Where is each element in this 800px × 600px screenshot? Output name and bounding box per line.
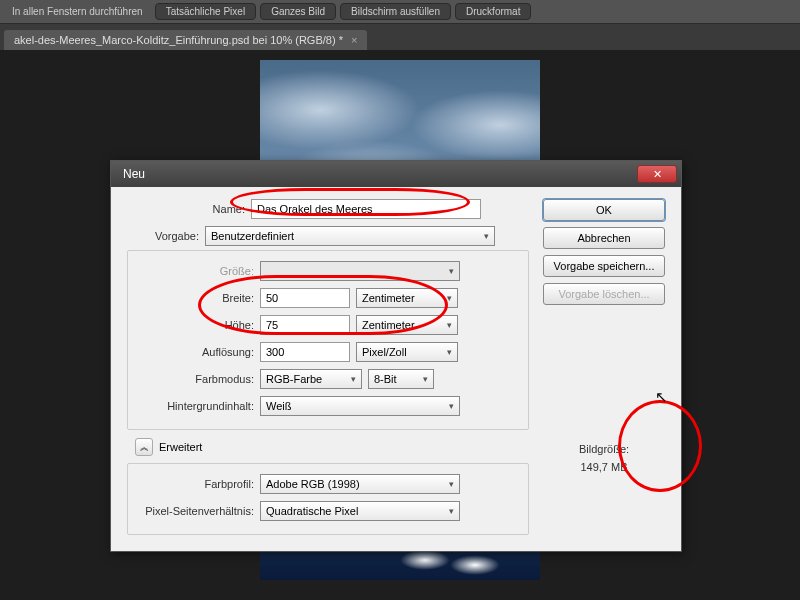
- width-label: Breite:: [136, 292, 254, 304]
- name-label: Name:: [127, 203, 245, 215]
- resolution-label: Auflösung:: [136, 346, 254, 358]
- dialog-title: Neu: [115, 167, 145, 181]
- aspect-label: Pixel-Seitenverhältnis:: [136, 505, 254, 517]
- app-toolbar: In allen Fenstern durchführen Tatsächlic…: [0, 0, 800, 24]
- cursor-icon: ↖: [655, 388, 668, 406]
- size-label: Größe:: [136, 265, 254, 277]
- preset-select[interactable]: Benutzerdefiniert: [205, 226, 495, 246]
- size-value: 149,7 MB: [543, 459, 665, 477]
- height-unit-select[interactable]: Zentimeter: [356, 315, 458, 335]
- ok-button[interactable]: OK: [543, 199, 665, 221]
- resolution-input[interactable]: [260, 342, 350, 362]
- toolbar-label: In allen Fenstern durchführen: [4, 6, 151, 17]
- height-label: Höhe:: [136, 319, 254, 331]
- close-icon[interactable]: ✕: [637, 165, 677, 183]
- height-input[interactable]: [260, 315, 350, 335]
- tab-close-icon[interactable]: ×: [351, 34, 357, 46]
- size-label: Bildgröße:: [543, 441, 665, 459]
- image-size-info: Bildgröße: 149,7 MB: [543, 441, 665, 476]
- cancel-button[interactable]: Abbrechen: [543, 227, 665, 249]
- background-label: Hintergrundinhalt:: [136, 400, 254, 412]
- size-select: [260, 261, 460, 281]
- toolbar-fit-image[interactable]: Ganzes Bild: [260, 3, 336, 20]
- toolbar-print-size[interactable]: Druckformat: [455, 3, 531, 20]
- preset-label: Vorgabe:: [127, 230, 199, 242]
- delete-preset-button: Vorgabe löschen...: [543, 283, 665, 305]
- profile-select[interactable]: Adobe RGB (1998): [260, 474, 460, 494]
- resolution-unit-select[interactable]: Pixel/Zoll: [356, 342, 458, 362]
- width-unit-select[interactable]: Zentimeter: [356, 288, 458, 308]
- dialog-form: Name: Vorgabe: Benutzerdefiniert Größe: …: [127, 199, 529, 535]
- name-input[interactable]: [251, 199, 481, 219]
- tab-title: akel-des-Meeres_Marco-Kolditz_Einführung…: [14, 34, 343, 46]
- aspect-select[interactable]: Quadratische Pixel: [260, 501, 460, 521]
- chevron-up-icon[interactable]: ︽: [135, 438, 153, 456]
- document-tab[interactable]: akel-des-Meeres_Marco-Kolditz_Einführung…: [4, 30, 367, 50]
- toolbar-fill-screen[interactable]: Bildschirm ausfüllen: [340, 3, 451, 20]
- new-document-dialog: Neu ✕ Name: Vorgabe: Benutzerdefiniert G…: [110, 160, 682, 552]
- bitdepth-select[interactable]: 8-Bit: [368, 369, 434, 389]
- colormode-label: Farbmodus:: [136, 373, 254, 385]
- advanced-label: Erweitert: [159, 441, 202, 453]
- background-select[interactable]: Weiß: [260, 396, 460, 416]
- save-preset-button[interactable]: Vorgabe speichern...: [543, 255, 665, 277]
- dialog-titlebar[interactable]: Neu ✕: [111, 161, 681, 187]
- dialog-side: OK Abbrechen Vorgabe speichern... Vorgab…: [543, 199, 665, 535]
- toolbar-actual-pixels[interactable]: Tatsächliche Pixel: [155, 3, 256, 20]
- document-tabbar: akel-des-Meeres_Marco-Kolditz_Einführung…: [0, 24, 800, 50]
- profile-label: Farbprofil:: [136, 478, 254, 490]
- colormode-select[interactable]: RGB-Farbe: [260, 369, 362, 389]
- width-input[interactable]: [260, 288, 350, 308]
